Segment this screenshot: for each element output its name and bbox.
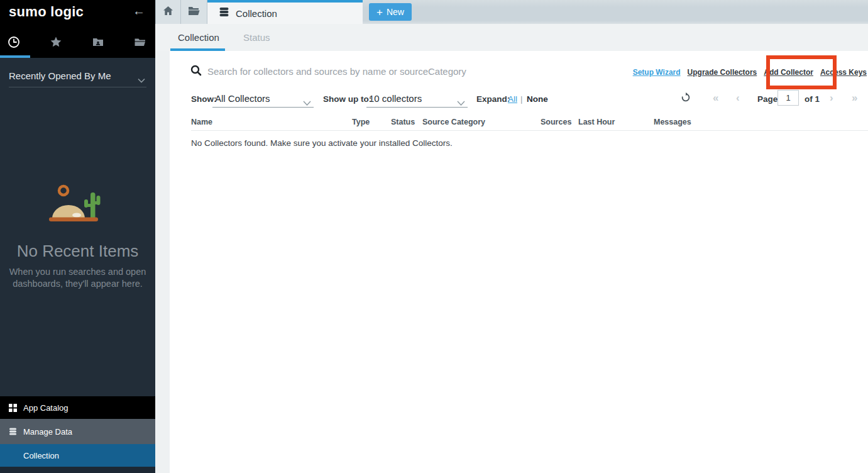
database-icon xyxy=(9,427,17,436)
show-up-to-dropdown[interactable]: 10 collectors xyxy=(366,91,468,108)
recent-clock-icon[interactable] xyxy=(6,35,21,50)
active-icon-tab-indicator xyxy=(0,55,30,58)
show-up-to-dropdown-value: 10 collectors xyxy=(369,93,422,104)
new-button[interactable]: + New xyxy=(369,3,412,21)
recent-filter-dropdown[interactable]: Recently Opened By Me xyxy=(9,67,146,87)
collectors-table-header: Name Type Status Source Category Sources… xyxy=(170,116,868,131)
sidebar-footer-strip xyxy=(0,467,155,473)
app-catalog-label: App Catalog xyxy=(23,403,69,413)
collector-action-links: Setup Wizard Upgrade Collectors Add Coll… xyxy=(633,68,867,77)
collapse-sidebar-icon[interactable]: ← xyxy=(133,4,145,18)
sidebar-item-manage-data[interactable]: Manage Data xyxy=(0,419,155,444)
tab-strip: Collection + New xyxy=(155,0,868,24)
chevron-down-icon xyxy=(303,97,311,108)
column-name: Name xyxy=(191,118,212,126)
desert-empty-state-illustration xyxy=(38,182,119,225)
add-collector-link[interactable]: Add Collector xyxy=(764,68,813,77)
caption-line-2: dashboards, they'll appear here. xyxy=(0,278,155,290)
database-icon xyxy=(219,7,229,19)
manage-data-label: Manage Data xyxy=(23,427,72,437)
sidebar-icon-tabs xyxy=(0,33,155,52)
plus-icon: + xyxy=(376,7,383,18)
no-recent-items-caption: When you run searches and open dashboard… xyxy=(0,266,155,290)
search-icon xyxy=(190,65,202,79)
expand-label: Expand: xyxy=(476,94,510,104)
page-of-label: of 1 xyxy=(805,94,820,104)
next-page-button[interactable]: › xyxy=(830,92,833,104)
column-sources: Sources xyxy=(541,118,571,126)
expand-none-link[interactable]: None xyxy=(527,94,548,104)
no-recent-items-title: No Recent Items xyxy=(0,242,155,261)
tab-collection[interactable]: Collection xyxy=(207,0,363,24)
ground-line xyxy=(49,218,98,222)
sidebar-header: sumo logic ← xyxy=(0,0,155,58)
sidebar-item-collection[interactable]: Collection xyxy=(0,444,155,467)
subtab-collection[interactable]: Collection xyxy=(178,32,219,43)
last-page-button[interactable]: » xyxy=(852,92,857,104)
search-input[interactable] xyxy=(207,62,635,80)
show-dropdown-value: All Collectors xyxy=(215,93,270,104)
column-type: Type xyxy=(352,118,370,126)
tab-collection-label: Collection xyxy=(236,8,277,19)
prev-page-button[interactable]: ‹ xyxy=(736,92,740,104)
sun-icon xyxy=(59,186,68,195)
access-keys-link[interactable]: Access Keys xyxy=(820,68,867,77)
home-icon xyxy=(163,6,173,18)
expand-all-link[interactable]: All xyxy=(508,94,517,104)
sidebar-bottom-nav: App Catalog Manage Data Collection xyxy=(0,396,155,473)
folders-icon[interactable] xyxy=(133,35,148,50)
collection-label: Collection xyxy=(23,451,59,460)
column-source-category: Source Category xyxy=(422,118,485,126)
refresh-icon[interactable] xyxy=(681,92,691,105)
upgrade-collectors-link[interactable]: Upgrade Collectors xyxy=(688,68,757,77)
recent-filter-label: Recently Opened By Me xyxy=(9,70,111,81)
collection-page: Setup Wizard Upgrade Collectors Add Coll… xyxy=(170,51,868,473)
new-button-label: New xyxy=(387,7,404,17)
expand-separator: | xyxy=(520,94,523,104)
setup-wizard-link[interactable]: Setup Wizard xyxy=(633,68,681,77)
sidebar: sumo logic ← Recently Opened By Me xyxy=(0,0,155,473)
column-status: Status xyxy=(391,118,415,126)
open-folder-icon xyxy=(188,6,200,18)
library-tab-button[interactable] xyxy=(181,0,207,24)
chevron-down-icon xyxy=(457,97,465,108)
sumo-logic-app: sumo logic ← Recently Opened By Me xyxy=(0,0,868,473)
sumo-logic-logo: sumo logic xyxy=(9,4,84,20)
favorites-star-icon[interactable] xyxy=(48,35,63,50)
show-dropdown[interactable]: All Collectors xyxy=(212,91,314,108)
empty-table-message: No Collectors found. Make sure you activ… xyxy=(191,138,453,148)
app-grid-icon xyxy=(9,404,17,412)
secondary-tab-bar: Collection Status xyxy=(155,24,868,51)
column-last-hour: Last Hour xyxy=(578,118,615,126)
column-messages: Messages xyxy=(654,118,691,126)
sidebar-item-app-catalog[interactable]: App Catalog xyxy=(0,396,155,419)
show-up-to-label: Show up to: xyxy=(323,94,371,104)
table-header-divider xyxy=(191,130,868,131)
filter-toolbar: Show: All Collectors Show up to: 10 coll… xyxy=(170,89,868,109)
home-tab-button[interactable] xyxy=(155,0,181,24)
page-number-input[interactable] xyxy=(777,90,799,106)
personal-folder-icon[interactable] xyxy=(91,35,106,50)
chevron-down-icon xyxy=(138,74,145,86)
subtab-status[interactable]: Status xyxy=(243,32,270,43)
caption-line-1: When you run searches and open xyxy=(0,266,155,278)
first-page-button[interactable]: « xyxy=(713,92,718,104)
